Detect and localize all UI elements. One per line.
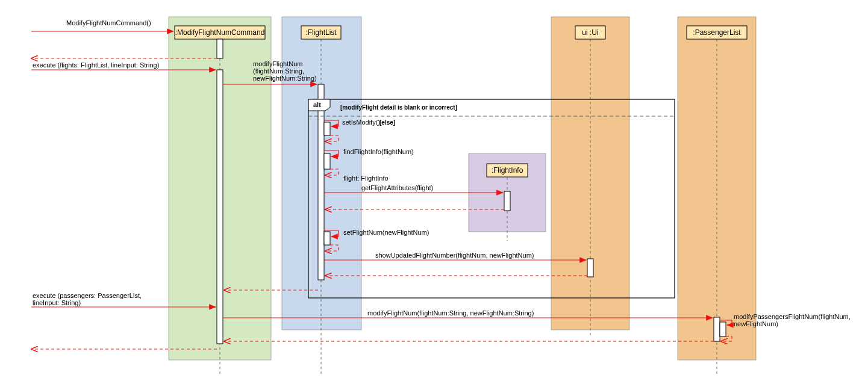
participant-flightlist-label: :FlightList bbox=[305, 28, 337, 37]
alt-guard1: [modifyFlight detail is blank or incorre… bbox=[340, 104, 457, 111]
activation-cmd-execute bbox=[217, 70, 223, 344]
activation-setflightnum bbox=[324, 232, 330, 245]
activation-setismodify bbox=[324, 122, 330, 135]
msg-modifyflightnum-l2: (flightNum:String, bbox=[253, 67, 304, 75]
msg-execute1-label: execute (flights: FlightList, lineInput:… bbox=[33, 61, 159, 69]
activation-flightinfo bbox=[504, 191, 510, 211]
sequence-diagram: :ModifyFlightNumCommand :FlightList ui :… bbox=[0, 0, 868, 381]
msg-modifyflightnum-l1: modifyFlightNum bbox=[253, 60, 303, 67]
activation-modifypassengers bbox=[720, 322, 726, 336]
msg-setismodify-label: setIsModify() bbox=[342, 119, 380, 126]
participant-passengerlist-label: :PassengerList bbox=[693, 28, 741, 37]
participant-flightinfo-label: :FlightInfo bbox=[492, 166, 523, 175]
msg-modifypassengers-l2: newFlightNum) bbox=[734, 320, 778, 327]
msg-showupdated-label: showUpdatedFlightNumber(flightNum, newFl… bbox=[375, 252, 534, 259]
msg-findflightinfo-label: findFlightInfo(flightNum) bbox=[343, 148, 414, 155]
else-label: [else] bbox=[379, 119, 395, 126]
participant-ui-label: ui :Ui bbox=[582, 28, 598, 37]
activation-passengerlist bbox=[714, 317, 720, 341]
msg-flight-return-label: flight: FlightInfo bbox=[343, 175, 389, 182]
msg-create-label: ModifyFlightNumCommand() bbox=[66, 19, 151, 26]
msg-execute2-l1: execute (passengers: PassengerList, bbox=[33, 292, 142, 299]
msg-setflightnum-label: setFlightNum(newFlightNum) bbox=[343, 229, 429, 236]
msg-modifyflightnum-l3: newFlightNum:String) bbox=[253, 75, 317, 82]
activation-flightlist bbox=[318, 84, 324, 280]
activation-findflightinfo bbox=[324, 153, 330, 169]
msg-modifyflightnum2-label: modifyFlightNum(flightNum:String, newFli… bbox=[367, 309, 534, 317]
activation-ui bbox=[587, 259, 593, 277]
activation-cmd-create bbox=[217, 39, 223, 58]
msg-getflightattributes-label: getFlightAttributes(flight) bbox=[361, 184, 433, 191]
msg-modifypassengers-l1: modifyPassengersFlightNum(flightNum, bbox=[734, 313, 851, 320]
msg-execute2-l2: lineInput: String) bbox=[33, 299, 81, 306]
alt-label: alt bbox=[313, 101, 321, 108]
participant-cmd-label: :ModifyFlightNumCommand bbox=[175, 28, 265, 37]
